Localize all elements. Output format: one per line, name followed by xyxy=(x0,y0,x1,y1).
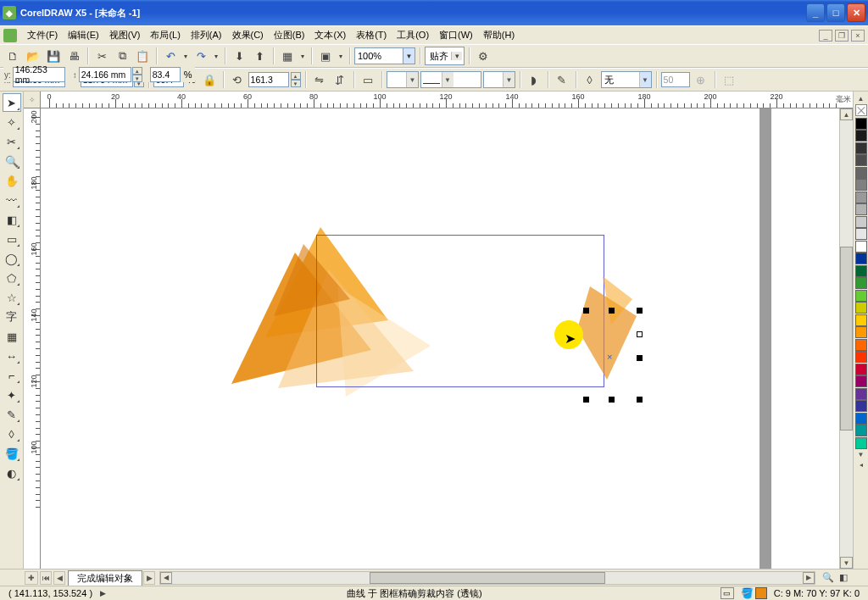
text-tool[interactable]: 字 xyxy=(3,308,21,326)
units-input[interactable]: 50 xyxy=(661,72,690,87)
menu-arrange[interactable]: 排列(A) xyxy=(186,27,227,43)
palette-flyout[interactable]: ◂ xyxy=(855,459,867,469)
doc-minimize-button[interactable]: _ xyxy=(819,30,832,42)
save-button[interactable]: 💾 xyxy=(44,47,63,65)
copy-button[interactable]: ⧉ xyxy=(113,47,131,65)
units-button[interactable]: ⊕ xyxy=(692,70,710,89)
undo-dropdown[interactable]: ▾ xyxy=(181,47,190,65)
color-swatch[interactable] xyxy=(855,130,867,142)
scale-y-input[interactable]: 83.4 xyxy=(150,67,181,82)
eyedropper-tool[interactable]: ✎ xyxy=(3,405,21,424)
zoom-dropdown-arrow[interactable]: ▼ xyxy=(403,48,415,64)
scroll-right-button[interactable]: ▶ xyxy=(803,572,815,584)
export-button[interactable]: ⬆ xyxy=(250,47,269,65)
color-swatch[interactable] xyxy=(855,265,867,277)
nav-zoom-icon[interactable]: 🔍 xyxy=(821,571,835,585)
fill-tool[interactable]: 🪣 xyxy=(3,444,21,463)
new-button[interactable]: 🗋 xyxy=(3,47,22,65)
ruler-origin[interactable]: ✧ xyxy=(24,92,41,108)
welcome-button[interactable]: ▣ xyxy=(316,47,335,65)
color-swatch[interactable] xyxy=(855,326,867,338)
color-swatch[interactable] xyxy=(855,364,867,375)
end-arrow-combo[interactable]: ▼ xyxy=(483,71,515,88)
first-page-button[interactable]: ⏮ xyxy=(40,571,52,585)
line-style-combo[interactable]: ▼ xyxy=(420,71,481,88)
vertical-scrollbar[interactable]: ▲ ▼ xyxy=(839,108,853,569)
menu-window[interactable]: 窗口(W) xyxy=(434,27,478,43)
height-input[interactable]: 24.166 mm xyxy=(79,67,131,82)
color-swatch[interactable] xyxy=(855,277,867,289)
connector-tool[interactable]: ⌐ xyxy=(3,366,21,385)
selection-handle[interactable] xyxy=(609,397,615,403)
cut-button[interactable]: ✂ xyxy=(92,47,111,65)
color-swatch[interactable] xyxy=(855,290,867,302)
page-tab-1[interactable]: 完成编辑对象 xyxy=(68,570,142,586)
color-swatch[interactable] xyxy=(855,241,867,253)
prev-page-button[interactable]: ◀ xyxy=(53,571,65,585)
color-swatch[interactable] xyxy=(855,228,867,240)
open-button[interactable]: 📂 xyxy=(24,47,42,65)
menu-edit[interactable]: 编辑(E) xyxy=(63,27,104,43)
next-page-button[interactable]: ▶ xyxy=(143,571,155,585)
color-swatch[interactable] xyxy=(855,437,867,449)
selection-handle[interactable] xyxy=(609,308,615,314)
angle-spin-up[interactable]: ▲ xyxy=(291,72,301,80)
polygon-tool[interactable]: ⬠ xyxy=(3,269,21,287)
mirror-v-button[interactable]: ⇵ xyxy=(331,70,349,89)
horizontal-scrollbar[interactable]: ◀ ▶ xyxy=(159,571,815,585)
start-arrow-combo[interactable]: ▼ xyxy=(387,71,419,88)
selection-handle[interactable] xyxy=(637,331,643,337)
interactive-fill-tool[interactable]: ◐ xyxy=(3,464,21,482)
status-doc-icon[interactable]: ▭ xyxy=(721,587,734,599)
fill-indicator-icon[interactable]: 🪣 xyxy=(741,587,754,599)
color-swatch[interactable] xyxy=(855,302,867,314)
menu-help[interactable]: 帮助(H) xyxy=(478,27,520,43)
color-swatch[interactable] xyxy=(855,216,867,228)
menu-text[interactable]: 文本(X) xyxy=(309,27,351,43)
fill-color-swatch[interactable] xyxy=(755,587,767,599)
options-button[interactable]: ⚙ xyxy=(474,47,492,65)
convert-button[interactable]: ⬚ xyxy=(720,70,738,89)
basic-shapes-tool[interactable]: ☆ xyxy=(3,288,21,307)
color-swatch[interactable] xyxy=(855,192,867,203)
drawing-page[interactable]: ➤ × xyxy=(41,108,853,569)
color-swatch[interactable] xyxy=(855,142,867,154)
nav-color-icon[interactable]: ◧ xyxy=(837,571,850,585)
scroll-up-button[interactable]: ▲ xyxy=(840,108,853,120)
mirror-h-button[interactable]: ⇋ xyxy=(310,70,329,89)
color-swatch[interactable] xyxy=(855,413,867,425)
rectangle-tool[interactable]: ▭ xyxy=(3,230,21,248)
palette-scroll-up[interactable]: ▲ xyxy=(855,93,867,103)
color-swatch[interactable] xyxy=(855,375,867,387)
y-position-input[interactable]: 146.253 mm xyxy=(13,67,65,82)
scroll-left-button[interactable]: ◀ xyxy=(160,572,172,584)
color-swatch[interactable] xyxy=(855,425,867,436)
menu-effects[interactable]: 效果(C) xyxy=(227,27,269,43)
lock-ratio-button[interactable]: 🔒 xyxy=(200,70,219,89)
wrap-text-button[interactable]: ◗ xyxy=(525,70,543,89)
shape-tool[interactable]: ✧ xyxy=(3,113,21,131)
canvas-area[interactable]: ✧ 020406080100120140160180200220 毫米 2001… xyxy=(24,92,853,569)
color-swatch[interactable] xyxy=(855,167,867,179)
align-button[interactable]: ▭ xyxy=(359,70,377,89)
doc-restore-button[interactable]: ❐ xyxy=(835,30,849,42)
angle-input[interactable]: 161.3 xyxy=(248,72,289,87)
selection-handle[interactable] xyxy=(637,308,643,314)
import-button[interactable]: ⬇ xyxy=(230,47,248,65)
outline-pen-button[interactable]: ✎ xyxy=(553,70,571,89)
redo-button[interactable]: ↷ xyxy=(192,47,210,65)
color-swatch[interactable] xyxy=(855,339,867,351)
paste-button[interactable]: 📋 xyxy=(133,47,152,65)
maximize-button[interactable]: □ xyxy=(826,3,845,22)
menu-view[interactable]: 视图(V) xyxy=(104,27,146,43)
color-swatch[interactable] xyxy=(855,314,867,326)
pick-tool[interactable]: ➤ xyxy=(3,93,21,112)
color-swatch[interactable] xyxy=(855,118,867,130)
powerclip-frame[interactable] xyxy=(316,235,604,387)
redo-dropdown[interactable]: ▾ xyxy=(212,47,220,65)
snap-combo[interactable]: 贴齐 ▾ xyxy=(425,47,465,65)
ellipse-tool[interactable]: ◯ xyxy=(3,249,21,268)
no-color-swatch[interactable] xyxy=(855,104,867,116)
vertical-ruler[interactable]: 200180160140120100 xyxy=(24,108,41,569)
print-button[interactable]: 🖶 xyxy=(64,47,83,65)
